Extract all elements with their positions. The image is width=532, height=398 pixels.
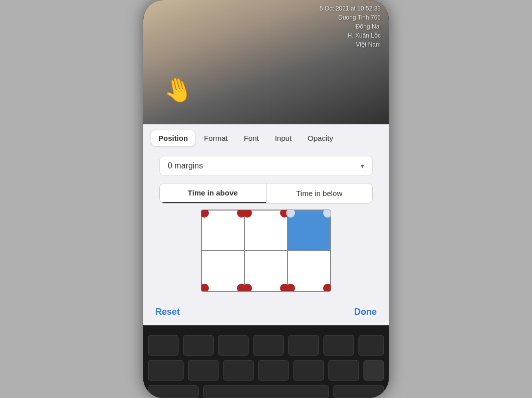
tab-input[interactable]: Input xyxy=(268,130,299,146)
svg-rect-1 xyxy=(148,335,178,355)
margins-dropdown[interactable]: 0 margins ▾ xyxy=(159,156,373,176)
svg-rect-4 xyxy=(253,335,284,355)
time-toggle-row: Time in above Time in below xyxy=(159,183,373,204)
corner-dot-tr-l xyxy=(286,210,295,218)
svg-rect-2 xyxy=(183,335,213,355)
svg-rect-3 xyxy=(218,335,248,355)
corner-dot-bl-l xyxy=(201,284,209,292)
grid-cell-0-2[interactable] xyxy=(288,210,331,251)
corner-dot-br-r xyxy=(323,284,331,292)
tab-font[interactable]: Font xyxy=(237,130,266,146)
tab-opacity[interactable]: Opacity xyxy=(301,130,340,146)
grid-cell-1-1[interactable] xyxy=(244,251,288,291)
keyboard-svg xyxy=(143,325,389,398)
hand-cursor-icon: 🤚 xyxy=(160,73,196,108)
grid-cell-1-0[interactable] xyxy=(201,251,244,291)
photo-bottom xyxy=(143,325,389,398)
corner-dot-bc-l xyxy=(243,284,252,292)
timestamp-overlay: 5 Oct 2021 at 10:52:33 Duong Tinh 766 Đồ… xyxy=(320,4,381,49)
svg-rect-6 xyxy=(324,335,354,355)
timestamp-line3: Đồng Nai xyxy=(320,22,381,31)
corner-dot-br-l xyxy=(286,284,295,292)
done-button[interactable]: Done xyxy=(354,307,377,317)
timestamp-line2: Duong Tinh 766 xyxy=(320,13,381,22)
svg-rect-7 xyxy=(359,335,384,355)
chevron-down-icon: ▾ xyxy=(361,162,364,170)
svg-rect-9 xyxy=(188,360,218,380)
svg-rect-13 xyxy=(329,360,359,380)
corner-dot-tr-r xyxy=(323,210,331,218)
margins-value: 0 margins xyxy=(168,161,203,170)
panel-content: 0 margins ▾ Time in above Time in below xyxy=(143,150,389,300)
svg-rect-12 xyxy=(294,360,324,380)
svg-rect-15 xyxy=(148,385,198,398)
svg-rect-8 xyxy=(148,360,183,380)
grid-cell-0-1[interactable] xyxy=(244,210,288,251)
reset-button[interactable]: Reset xyxy=(155,307,180,317)
phone-container: 5 Oct 2021 at 10:52:33 Duong Tinh 766 Đồ… xyxy=(143,0,389,398)
tabs-row: Position Format Font Input Opacity xyxy=(143,124,389,150)
corner-dot-tl xyxy=(201,210,209,218)
timestamp-line5: Việt Nam xyxy=(320,40,381,49)
tab-position[interactable]: Position xyxy=(151,130,195,146)
timestamp-line4: H. Xuân Lộc xyxy=(320,31,381,40)
svg-rect-5 xyxy=(289,335,319,355)
corner-dot-t-cl xyxy=(243,210,252,218)
photo-top: 5 Oct 2021 at 10:52:33 Duong Tinh 766 Đồ… xyxy=(143,0,389,124)
grid-cell-1-2[interactable] xyxy=(288,251,331,291)
svg-rect-10 xyxy=(223,360,253,380)
panel: Position Format Font Input Opacity 0 mar… xyxy=(143,124,389,325)
svg-rect-11 xyxy=(258,360,289,380)
svg-rect-14 xyxy=(364,360,384,380)
svg-rect-17 xyxy=(334,385,384,398)
position-grid xyxy=(201,210,331,292)
time-in-below-button[interactable]: Time in below xyxy=(267,183,373,203)
time-in-above-button[interactable]: Time in above xyxy=(160,183,266,203)
svg-rect-16 xyxy=(203,385,329,398)
action-row: Reset Done xyxy=(143,300,389,325)
grid-cell-0-0[interactable] xyxy=(201,210,244,251)
timestamp-line1: 5 Oct 2021 at 10:52:33 xyxy=(320,4,381,13)
tab-format[interactable]: Format xyxy=(197,130,235,146)
